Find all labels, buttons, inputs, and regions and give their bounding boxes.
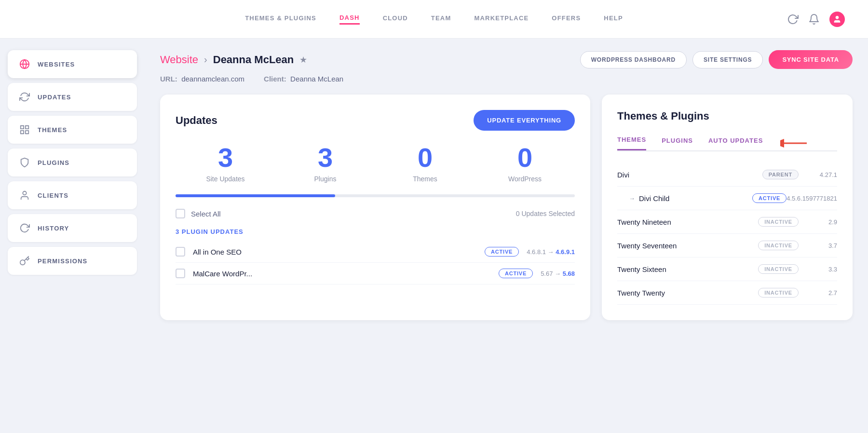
sidebar-themes-label: THEMES [38, 126, 67, 134]
sidebar-item-history[interactable]: HISTORY [8, 214, 137, 242]
svg-rect-3 [21, 126, 24, 129]
plugin-badge-malcare: ACTIVE [499, 269, 533, 278]
svg-point-0 [836, 16, 839, 19]
themes-plugins-card: Themes & Plugins THEMES PLUGINS AUTO UPD… [602, 95, 853, 320]
theme-version-twenty-sixteen: 3.3 [799, 266, 837, 273]
plugin-updates-section-title: 3 PLUGIN UPDATES [176, 228, 575, 235]
updates-card: Updates UPDATE EVERYTHING 3 Site Updates… [160, 95, 590, 320]
sidebar-item-updates[interactable]: UPDATES [8, 83, 137, 111]
key-icon [19, 256, 30, 266]
plugin-name-allinone: All in One SEO [193, 248, 477, 256]
sidebar-item-plugins[interactable]: PLUGINS [8, 149, 137, 176]
theme-badge-divi-child: ACTIVE [752, 193, 787, 203]
client-section: Client: Deanna McLean [264, 75, 343, 83]
stat-wordpress-number: 0 [475, 144, 575, 171]
theme-badge-twenty-twenty: INACTIVE [758, 288, 799, 298]
nav-team[interactable]: TEAM [431, 14, 451, 24]
nav-offers[interactable]: OFFERS [552, 14, 581, 24]
svg-point-7 [23, 191, 26, 195]
update-everything-button[interactable]: UPDATE EVERYTHING [474, 110, 575, 131]
user-avatar[interactable] [829, 12, 845, 27]
plugin-version-malcare: 5.67 → 5.68 [541, 270, 575, 277]
select-all-row: Select All 0 Updates Selected [176, 209, 575, 218]
themes-icon [19, 124, 30, 135]
globe-icon [19, 59, 30, 69]
plugin-badge-allinone: ACTIVE [485, 247, 519, 257]
updates-card-header: Updates UPDATE EVERYTHING [176, 110, 575, 131]
svg-rect-4 [26, 126, 28, 129]
sidebar-permissions-label: PERMISSIONS [38, 257, 88, 265]
breadcrumb-arrow: › [204, 54, 207, 65]
svg-rect-5 [26, 131, 28, 134]
site-settings-button[interactable]: SITE SETTINGS [692, 51, 763, 68]
nav-marketplace[interactable]: MARKETPLACE [474, 14, 529, 24]
main-layout: WEBSITES UPDATES THEMES PLUGINS [0, 39, 868, 433]
nav-dash[interactable]: DASH [339, 14, 360, 25]
updates-selected-count: 0 Updates Selected [516, 210, 575, 217]
red-arrow-icon [780, 138, 809, 149]
stat-site-updates-label: Site Updates [176, 175, 275, 183]
nav-cloud[interactable]: CLOUD [383, 14, 408, 24]
tab-plugins[interactable]: PLUGINS [662, 137, 693, 150]
plugin-name-malcare: MalCare WordPr... [193, 270, 491, 278]
wordpress-dashboard-button[interactable]: WORDPRESS DASHBOARD [580, 51, 687, 68]
stat-themes-number: 0 [375, 144, 475, 171]
clients-icon [19, 190, 30, 201]
stat-plugins-label: Plugins [275, 175, 375, 183]
plugin-checkbox-allinone[interactable] [176, 247, 185, 257]
theme-indent-divi-child: → Divi Child [617, 194, 752, 203]
stat-wordpress-label: WordPress [475, 175, 575, 183]
plugin-checkbox-malcare[interactable] [176, 269, 185, 278]
theme-version-twenty-twenty: 2.7 [799, 289, 837, 297]
nav-links: THEMES & PLUGINS DASH CLOUD TEAM MARKETP… [245, 14, 623, 25]
plugin-row-malcare: MalCare WordPr... ACTIVE 5.67 → 5.68 [176, 263, 575, 284]
theme-version-twenty-seventeen: 3.7 [799, 242, 837, 249]
url-section: URL: deannamclean.com [160, 75, 244, 83]
two-col-layout: Updates UPDATE EVERYTHING 3 Site Updates… [160, 95, 853, 320]
favorite-star-icon[interactable]: ★ [299, 54, 307, 65]
theme-name-twenty-seventeen: Twenty Seventeen [617, 242, 758, 250]
svg-rect-6 [21, 131, 24, 134]
themes-plugins-card-header: Themes & Plugins [617, 110, 837, 122]
select-all-checkbox[interactable] [176, 209, 185, 218]
breadcrumb-website[interactable]: Website [160, 54, 198, 66]
stat-themes: 0 Themes [375, 144, 475, 183]
stat-site-updates-number: 3 [176, 144, 275, 171]
stat-plugins: 3 Plugins [275, 144, 375, 183]
sync-site-data-button[interactable]: SYNC SITE DATA [769, 50, 853, 69]
theme-badge-twenty-nineteen: INACTIVE [758, 217, 799, 227]
progress-track [176, 194, 575, 197]
bell-icon[interactable] [808, 14, 820, 25]
theme-row-twenty-nineteen: Twenty Nineteen INACTIVE 2.9 [617, 210, 837, 234]
refresh-icon[interactable] [787, 14, 799, 25]
tab-auto-updates[interactable]: AUTO UPDATES [708, 137, 763, 150]
theme-badge-divi: PARENT [762, 170, 799, 179]
sidebar-item-websites[interactable]: WEBSITES [8, 50, 137, 78]
client-value: Deanna McLean [290, 75, 343, 83]
history-icon [19, 223, 30, 233]
theme-row-divi-child: → Divi Child ACTIVE 4.5.6.1597771821 [617, 187, 837, 210]
stat-plugins-number: 3 [275, 144, 375, 171]
tab-themes[interactable]: THEMES [617, 136, 646, 150]
url-label: URL: [160, 75, 177, 83]
theme-row-twenty-sixteen: Twenty Sixteen INACTIVE 3.3 [617, 257, 837, 281]
sidebar-item-themes[interactable]: THEMES [8, 116, 137, 144]
stat-site-updates: 3 Site Updates [176, 144, 275, 183]
content-area: Website › Deanna McLean ★ WORDPRESS DASH… [145, 39, 868, 433]
stats-row: 3 Site Updates 3 Plugins 0 Themes 0 Word… [176, 144, 575, 183]
select-all-text: Select All [191, 210, 221, 218]
nav-help[interactable]: HELP [604, 14, 623, 24]
sidebar-history-label: HISTORY [38, 225, 69, 232]
client-label: Client: [264, 75, 286, 83]
select-all-checkbox-label[interactable]: Select All [176, 209, 221, 218]
themes-plugins-title: Themes & Plugins [617, 110, 709, 122]
plugin-version-allinone: 4.6.8.1 → 4.6.9.1 [527, 248, 575, 256]
sidebar-item-clients[interactable]: CLIENTS [8, 181, 137, 209]
sidebar-item-permissions[interactable]: PERMISSIONS [8, 247, 137, 275]
plugins-icon [19, 157, 30, 168]
page-header: Website › Deanna McLean ★ WORDPRESS DASH… [160, 50, 853, 69]
nav-themes-plugins[interactable]: THEMES & PLUGINS [245, 14, 316, 24]
breadcrumb: Website › Deanna McLean ★ [160, 54, 307, 66]
theme-name-divi-child: Divi Child [639, 194, 752, 203]
theme-row-twenty-twenty: Twenty Twenty INACTIVE 2.7 [617, 281, 837, 305]
